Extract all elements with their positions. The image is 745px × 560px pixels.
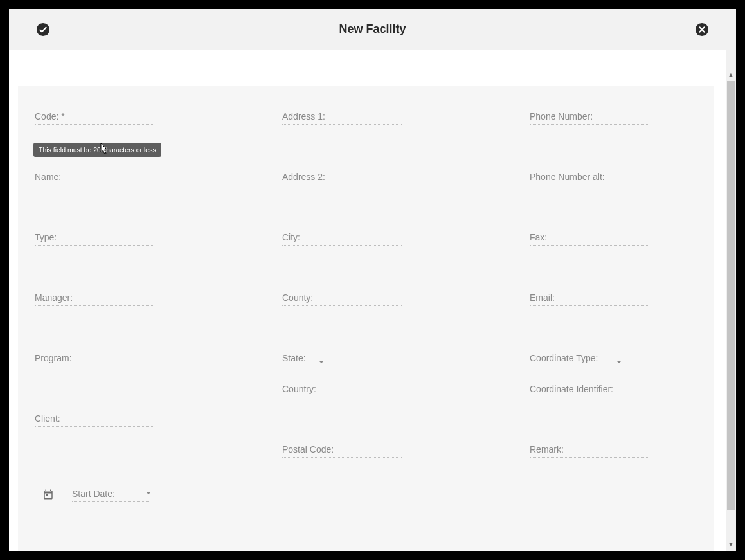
col2: Address 1:Address 2:City:County:State:Co… xyxy=(282,112,450,503)
coord_id-input-line: Coordinate Identifier: xyxy=(530,384,649,397)
scroll-up-icon[interactable]: ▲ xyxy=(726,69,736,80)
name-field: Name: xyxy=(35,172,202,185)
country-field: Country: xyxy=(282,384,450,397)
address2-field: Address 2: xyxy=(282,172,450,185)
close-icon[interactable] xyxy=(695,23,709,37)
phone-field: Phone Number: xyxy=(530,112,697,125)
program-field: Program: xyxy=(35,354,202,366)
phone_alt-input-line: Phone Number alt: xyxy=(530,172,649,185)
state-input[interactable] xyxy=(282,354,328,366)
address2-input-line: Address 2: xyxy=(282,172,402,185)
name-input[interactable] xyxy=(35,172,154,185)
address1-input-line: Address 1: xyxy=(282,112,402,125)
col1: Code: *This field must be 20 characters … xyxy=(35,112,202,503)
city-field: City: xyxy=(282,233,450,246)
program-input-line: Program: xyxy=(35,354,154,366)
type-field: Type: xyxy=(35,233,202,246)
city-input[interactable] xyxy=(282,233,402,246)
remark-input-line: Remark: xyxy=(530,445,649,458)
email-field: Email: xyxy=(530,293,697,306)
postal-input[interactable] xyxy=(282,445,402,458)
client-input[interactable] xyxy=(35,414,154,427)
address1-input[interactable] xyxy=(282,112,402,125)
code-input[interactable] xyxy=(35,112,154,125)
address1-field: Address 1: xyxy=(282,112,450,125)
code-validation-tooltip: This field must be 20 characters or less xyxy=(33,143,161,157)
manager-field: Manager: xyxy=(35,293,202,306)
type-input[interactable] xyxy=(35,233,154,246)
fax-input-line: Fax: xyxy=(530,233,649,246)
remark-input[interactable] xyxy=(530,445,649,458)
coord_type-input-line: Coordinate Type: xyxy=(530,354,626,366)
start-date-field[interactable]: Start Date: xyxy=(72,489,150,502)
coord_type-input[interactable] xyxy=(530,354,626,366)
svg-rect-2 xyxy=(46,494,48,496)
manager-input[interactable] xyxy=(35,293,154,306)
coord_id-field: Coordinate Identifier: xyxy=(530,384,697,397)
scroll-down-icon[interactable]: ▼ xyxy=(726,539,736,550)
phone_alt-input[interactable] xyxy=(530,172,649,185)
program-input[interactable] xyxy=(35,354,154,366)
state-input-line: State: xyxy=(282,354,328,366)
county-input[interactable] xyxy=(282,293,402,306)
start-date-row: Start Date: xyxy=(35,489,202,503)
client-input-line: Client: xyxy=(35,414,154,427)
fax-input[interactable] xyxy=(530,233,649,246)
county-field: County: xyxy=(282,293,450,306)
phone-input-line: Phone Number: xyxy=(530,112,649,125)
type-input-line: Type: xyxy=(35,233,154,246)
email-input-line: Email: xyxy=(530,293,649,306)
col3: Phone Number:Phone Number alt:Fax:Email:… xyxy=(530,112,697,503)
state-field: State: xyxy=(282,354,450,366)
country-input-line: Country: xyxy=(282,384,402,397)
client-field: Client: xyxy=(35,414,202,427)
scrollbar-thumb[interactable] xyxy=(727,81,735,510)
start-date-label: Start Date: xyxy=(72,489,115,499)
manager-input-line: Manager: xyxy=(35,293,154,306)
code-input-line: Code: * xyxy=(35,112,154,125)
phone_alt-field: Phone Number alt: xyxy=(530,172,697,185)
fax-field: Fax: xyxy=(530,233,697,246)
coord_type-field: Coordinate Type: xyxy=(530,354,697,366)
code-field: Code: *This field must be 20 characters … xyxy=(35,112,202,125)
phone-input[interactable] xyxy=(530,112,649,125)
dialog-header: New Facility xyxy=(9,9,736,50)
coord_id-input[interactable] xyxy=(530,384,649,397)
country-input[interactable] xyxy=(282,384,402,397)
address2-input[interactable] xyxy=(282,172,402,185)
calendar-icon[interactable] xyxy=(42,489,54,503)
remark-field: Remark: xyxy=(530,445,697,458)
dialog-window: New Facility Code: *This field must be 2… xyxy=(9,9,736,551)
confirm-icon[interactable] xyxy=(36,23,50,37)
form-area: Code: *This field must be 20 characters … xyxy=(18,86,714,551)
postal-field: Postal Code: xyxy=(282,445,450,458)
start-date-chevron-down-icon xyxy=(145,487,152,494)
city-input-line: City: xyxy=(282,233,402,246)
county-input-line: County: xyxy=(282,293,402,306)
dialog-title: New Facility xyxy=(50,23,695,36)
scrollbar[interactable]: ▲ ▼ xyxy=(726,50,736,551)
name-input-line: Name: xyxy=(35,172,154,185)
email-input[interactable] xyxy=(530,293,649,306)
postal-input-line: Postal Code: xyxy=(282,445,402,458)
